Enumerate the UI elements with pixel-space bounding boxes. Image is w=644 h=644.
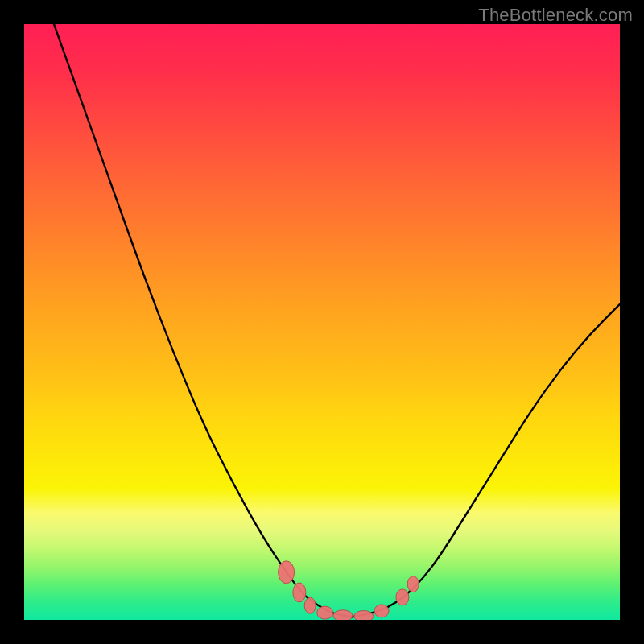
plot-svg xyxy=(24,24,620,620)
marker-point xyxy=(333,610,353,620)
marker-point xyxy=(279,561,295,584)
marker-point xyxy=(354,611,374,620)
highlight-markers xyxy=(279,561,419,620)
curve-right-branch xyxy=(352,304,620,617)
curve-lines xyxy=(54,24,620,617)
watermark-text: TheBottleneck.com xyxy=(478,5,633,26)
marker-point xyxy=(317,606,333,619)
chart-frame: TheBottleneck.com xyxy=(0,0,644,644)
marker-point xyxy=(304,597,316,613)
marker-point xyxy=(293,583,306,602)
marker-point xyxy=(396,589,409,605)
plot-area xyxy=(24,24,620,620)
marker-point xyxy=(374,605,389,617)
curve-left-branch xyxy=(54,24,352,617)
marker-point xyxy=(407,576,419,592)
